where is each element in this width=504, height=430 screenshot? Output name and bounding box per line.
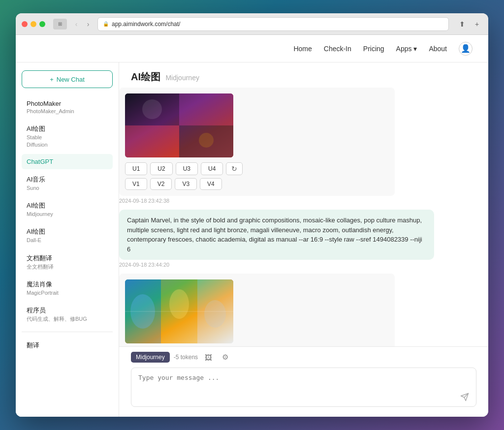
nav-arrows: ‹ › (71, 19, 94, 30)
image-attach-icon[interactable]: 🖼 (202, 351, 215, 364)
nav-pricing[interactable]: Pricing (363, 45, 384, 53)
svg-point-5 (142, 99, 162, 119)
svg-point-13 (204, 300, 226, 328)
v2-button[interactable]: V2 (150, 178, 172, 190)
new-chat-label: New Chat (57, 76, 85, 83)
svg-rect-3 (125, 125, 179, 157)
sidebar-divider (22, 332, 113, 332)
svg-rect-2 (179, 93, 233, 125)
top-nav: Home Check-In Pricing Apps ▾ About 👤 (16, 35, 488, 62)
nav-about[interactable]: About (429, 45, 447, 53)
sidebar-item-subtitle: PhotoMaker_Admin (27, 108, 108, 115)
image-buttons-1: U1 U2 U3 U4 ↻ V1 V2 V3 (125, 162, 389, 190)
sidebar-item-title: 程序员 (27, 306, 108, 315)
chat-title: AI绘图 (131, 71, 160, 82)
chat-header: AI绘图 Midjourney (119, 62, 488, 88)
chat-input-area: Midjourney -5 tokens 🖼 ⚙ (119, 346, 488, 417)
nav-apps[interactable]: Apps ▾ (396, 45, 417, 53)
sidebar-item-title: AI绘图 (27, 201, 108, 210)
traffic-lights (22, 21, 45, 27)
maximize-button[interactable] (39, 21, 45, 27)
chat-messages[interactable]: U1 U2 U3 U4 ↻ V1 V2 V3 (119, 88, 488, 346)
new-chat-plus-icon: + (50, 76, 54, 83)
sidebar-item-programmer[interactable]: 程序员 代码生成、解释、修BUG (22, 302, 113, 326)
midjourney-badge[interactable]: Midjourney (131, 352, 170, 363)
u-buttons-row-1: U1 U2 U3 U4 ↻ (125, 162, 389, 175)
sidebar-item-subtitle: Suno (27, 184, 108, 191)
settings-icon[interactable]: ⚙ (219, 351, 231, 364)
refresh-button-1[interactable]: ↻ (226, 162, 243, 175)
sidebar-item-title: AI绘图 (27, 124, 108, 133)
sidebar-item-title: PhotoMaker (27, 100, 108, 107)
message-block-3: U1 U2 U3 U4 ↻ V1 V2 V3 (119, 274, 486, 346)
sidebar-item-title: AI音乐 (27, 175, 108, 184)
address-bar[interactable]: 🔒 app.aimindwork.com/chat/ (97, 17, 449, 31)
generated-image-2 (125, 279, 233, 343)
new-chat-button[interactable]: + New Chat (22, 70, 113, 88)
sidebar-item-translate[interactable]: 翻译 (22, 337, 113, 354)
timestamp-1: 2024-09-18 23:42:38 (119, 198, 486, 204)
share-icon[interactable]: ⬆ (457, 19, 468, 30)
sidebar-item-subtitle: Dall-E (27, 237, 108, 244)
v4-button[interactable]: V4 (200, 178, 222, 190)
image-message-2: U1 U2 U3 U4 ↻ V1 V2 V3 (119, 274, 395, 346)
sidebar-item-doc-translate[interactable]: 文档翻译 全文档翻译 (22, 250, 113, 274)
chat-area: AI绘图 Midjourney (119, 62, 488, 417)
message-block-1: U1 U2 U3 U4 ↻ V1 V2 V3 (119, 88, 486, 210)
u2-button[interactable]: U2 (150, 162, 172, 175)
sidebar-item-chatgpt[interactable]: ChatGPT (22, 154, 113, 169)
close-button[interactable] (22, 21, 28, 27)
send-button[interactable] (458, 390, 472, 404)
svg-point-6 (199, 133, 214, 148)
toolbar-icons: ⬆ + (457, 19, 482, 30)
sidebar-item-title: ChatGPT (27, 158, 108, 165)
sidebar-item-title: AI绘图 (27, 227, 108, 236)
v-buttons-row-1: V1 V2 V3 V4 (125, 178, 389, 190)
svg-point-12 (169, 289, 189, 319)
sidebar-item-subtitle: 代码生成、解释、修BUG (27, 315, 108, 322)
nav-home[interactable]: Home (293, 45, 312, 53)
chat-input[interactable] (131, 368, 476, 407)
v3-button[interactable]: V3 (175, 178, 197, 190)
user-icon[interactable]: 👤 (459, 42, 472, 56)
url-text: app.aimindwork.com/chat/ (112, 21, 180, 28)
browser-window: ⊞ ‹ › 🔒 app.aimindwork.com/chat/ ⬆ + Hom… (16, 13, 488, 417)
sidebar: + New Chat PhotoMaker PhotoMaker_Admin A… (16, 62, 119, 417)
lock-icon: 🔒 (103, 21, 109, 27)
sidebar-item-subtitle: Midjourney (27, 211, 108, 217)
generated-image-1 (125, 93, 233, 157)
timestamp-2: 2024-09-18 23:44:20 (119, 262, 486, 268)
message-block-2: Captain Marvel, in the style of bold and… (119, 210, 486, 274)
chat-subtitle: Midjourney (165, 74, 199, 82)
main-layout: + New Chat PhotoMaker PhotoMaker_Admin A… (16, 62, 488, 417)
input-wrapper (131, 368, 476, 409)
sidebar-item-aimusic[interactable]: AI音乐 Suno (22, 171, 113, 195)
u3-button[interactable]: U3 (176, 162, 198, 175)
sidebar-item-title: 文档翻译 (27, 254, 108, 263)
back-arrow[interactable]: ‹ (71, 19, 82, 30)
image-inner-1 (125, 93, 233, 157)
sidebar-item-title: 魔法肖像 (27, 280, 108, 289)
app-body: Home Check-In Pricing Apps ▾ About 👤 + N… (16, 35, 488, 417)
minimize-button[interactable] (31, 21, 36, 27)
sidebar-item-photomaker[interactable]: PhotoMaker PhotoMaker_Admin (22, 96, 113, 119)
sidebar-item-magic-portrait[interactable]: 魔法肖像 MagicPortrait (22, 276, 113, 300)
tokens-label: -5 tokens (174, 354, 198, 361)
tab-sidebar-toggle[interactable]: ⊞ (53, 19, 67, 30)
nav-checkin[interactable]: Check-In (324, 45, 351, 53)
v1-button[interactable]: V1 (125, 178, 147, 190)
forward-arrow[interactable]: › (83, 19, 94, 30)
sidebar-item-ai-midjourney[interactable]: AI绘图 Midjourney (22, 197, 113, 221)
new-tab-icon[interactable]: + (472, 19, 482, 30)
u4-button[interactable]: U4 (201, 162, 223, 175)
sidebar-item-ai-stable[interactable]: AI绘图 Stable Diffusion (22, 121, 113, 152)
u1-button[interactable]: U1 (125, 162, 147, 175)
sidebar-item-subtitle: Stable Diffusion (27, 134, 108, 148)
sidebar-item-subtitle: 全文档翻译 (27, 263, 108, 270)
chat-scroll-wrapper: U1 U2 U3 U4 ↻ V1 V2 V3 (119, 88, 488, 346)
sidebar-item-subtitle: MagicPortrait (27, 289, 108, 296)
sidebar-item-ai-dalle[interactable]: AI绘图 Dall-E (22, 223, 113, 247)
title-bar: ⊞ ‹ › 🔒 app.aimindwork.com/chat/ ⬆ + (16, 13, 488, 35)
image-inner-2 (125, 279, 233, 343)
user-message: Captain Marvel, in the style of bold and… (119, 210, 434, 260)
